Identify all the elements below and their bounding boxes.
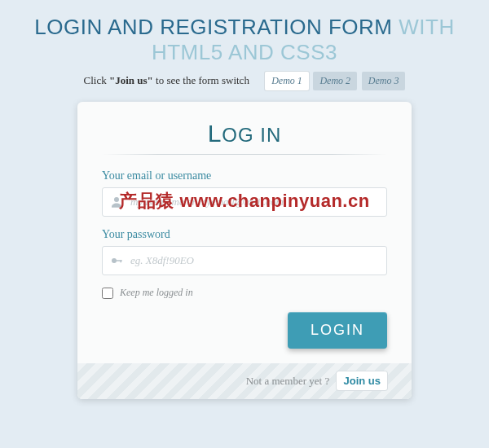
demo-3-button[interactable]: Demo 3 xyxy=(362,72,406,90)
instruction-text: Click "Join us" to see the form switch xyxy=(84,74,253,86)
login-card: LOG IN Your email or username Your passw… xyxy=(77,102,412,399)
svg-point-0 xyxy=(114,197,119,202)
password-field[interactable] xyxy=(130,254,380,267)
password-input-wrap[interactable] xyxy=(102,246,387,275)
password-label: Your password xyxy=(102,228,387,241)
form-title: LOG IN xyxy=(102,120,387,147)
footer-question: Not a member yet ? xyxy=(246,375,330,387)
demo-2-button[interactable]: Demo 2 xyxy=(313,72,357,90)
demo-buttons: Demo 1 Demo 2 Demo 3 xyxy=(263,72,405,90)
demo-1-button[interactable]: Demo 1 xyxy=(265,72,309,90)
card-footer: Not a member yet ? Join us xyxy=(77,363,412,399)
title-part-1: LOGIN AND REGISTRATION FORM xyxy=(34,15,392,39)
divider xyxy=(102,154,387,155)
email-field[interactable] xyxy=(130,195,380,209)
user-icon xyxy=(109,195,124,209)
keep-logged-row: Keep me logged in xyxy=(102,287,387,299)
email-label: Your email or username xyxy=(102,169,387,182)
email-input-wrap[interactable] xyxy=(102,187,387,217)
svg-point-1 xyxy=(112,258,117,263)
instruction-line: Click "Join us" to see the form switch D… xyxy=(0,72,489,90)
keep-logged-label: Keep me logged in xyxy=(120,287,193,299)
key-icon xyxy=(109,253,124,268)
page-title: LOGIN AND REGISTRATION FORM WITH HTML5 A… xyxy=(0,0,489,72)
submit-row: LOGIN xyxy=(102,312,387,349)
join-us-link[interactable]: Join us xyxy=(337,371,387,390)
login-button[interactable]: LOGIN xyxy=(288,312,387,349)
keep-logged-checkbox[interactable] xyxy=(102,288,113,299)
svg-rect-3 xyxy=(121,260,122,262)
